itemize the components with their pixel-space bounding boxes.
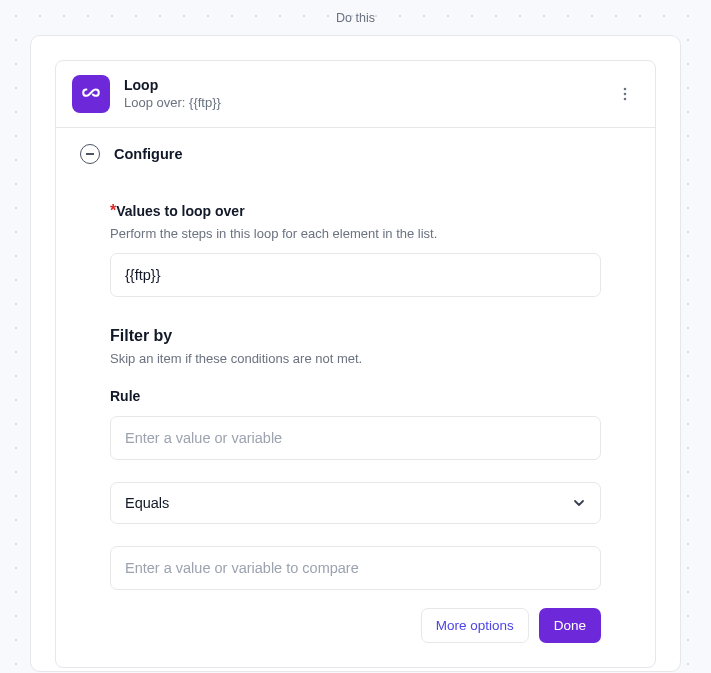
rule-value-input[interactable]	[110, 416, 601, 460]
collapse-toggle[interactable]	[80, 144, 100, 164]
configure-title: Configure	[114, 146, 182, 162]
values-field-help: Perform the steps in this loop for each …	[110, 226, 601, 241]
filter-section-help: Skip an item if these conditions are not…	[110, 351, 601, 366]
node-subtitle: Loop over: {{ftp}}	[124, 95, 597, 112]
svg-point-0	[624, 88, 627, 91]
done-button[interactable]: Done	[539, 608, 601, 643]
filter-section-title: Filter by	[110, 327, 601, 345]
configure-body: *Values to loop over Perform the steps i…	[56, 174, 655, 667]
node-title: Loop	[124, 76, 597, 94]
more-options-button[interactable]: More options	[421, 608, 529, 643]
operator-selected-label: Equals	[110, 482, 601, 524]
configure-header: Configure	[56, 128, 655, 174]
step-container: Loop Loop over: {{ftp}} Configure *Value…	[30, 35, 681, 672]
rule-label: Rule	[110, 388, 601, 404]
loop-icon	[72, 75, 110, 113]
minus-icon	[86, 153, 94, 155]
loop-node-card: Loop Loop over: {{ftp}} Configure *Value…	[55, 60, 656, 668]
svg-point-2	[624, 98, 627, 101]
values-field-label-row: *Values to loop over	[110, 202, 601, 220]
stage-label: Do this	[0, 0, 711, 35]
kebab-icon	[617, 86, 633, 102]
footer-actions: More options Done	[110, 608, 601, 643]
node-menu-button[interactable]	[611, 80, 639, 108]
svg-point-1	[624, 93, 627, 96]
operator-select[interactable]: Equals	[110, 482, 601, 524]
node-header: Loop Loop over: {{ftp}}	[56, 61, 655, 127]
rule-compare-input[interactable]	[110, 546, 601, 590]
values-field-label: Values to loop over	[116, 203, 244, 219]
values-input[interactable]	[110, 253, 601, 297]
